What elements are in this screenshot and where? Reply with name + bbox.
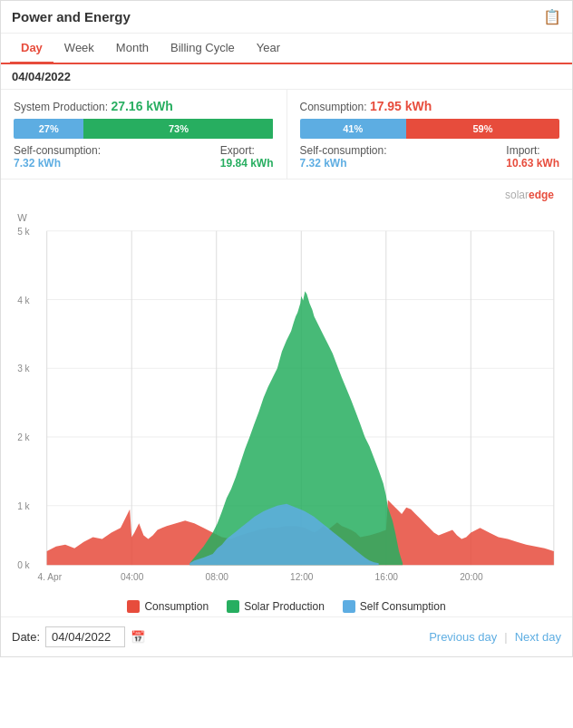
- panel-title: Power and Energy: [12, 9, 131, 24]
- tab-year[interactable]: Year: [246, 34, 291, 64]
- prod-self-label: Self-consumption:: [14, 144, 101, 157]
- prod-export-pct: 73%: [83, 119, 273, 139]
- chart-area: solaredge W 5 k 4 k 3 k 2 k 1 k 0 k: [1, 180, 572, 616]
- footer-date-section: Date: 📅: [12, 626, 145, 647]
- prod-export-item: Export: 19.84 kWh: [220, 144, 274, 170]
- tab-month[interactable]: Month: [105, 34, 160, 64]
- svg-text:12:00: 12:00: [290, 572, 314, 582]
- cons-self-item: Self-consumption: 7.32 kWh: [300, 144, 387, 170]
- svg-text:20:00: 20:00: [460, 572, 483, 582]
- footer-nav: Previous day | Next day: [429, 630, 561, 644]
- prev-day-link[interactable]: Previous day: [429, 630, 497, 644]
- legend-self-consumption: Self Consumption: [343, 600, 446, 613]
- chart-svg: W 5 k 4 k 3 k 2 k 1 k 0 k: [10, 203, 563, 593]
- legend-solar-color: [227, 600, 239, 613]
- legend-self-label: Self Consumption: [360, 600, 446, 613]
- export-icon[interactable]: 📋: [543, 8, 561, 25]
- svg-text:04:00: 04:00: [121, 572, 144, 582]
- tab-week[interactable]: Week: [53, 34, 105, 64]
- production-sub: Self-consumption: 7.32 kWh Export: 19.84…: [14, 144, 274, 170]
- consumption-box: Consumption: 17.95 kWh 41% 59% Self-cons…: [287, 90, 573, 179]
- svg-text:4 k: 4 k: [17, 296, 30, 306]
- prod-export-label: Export:: [220, 144, 274, 157]
- svg-text:0 k: 0 k: [17, 560, 30, 570]
- date-label: Date:: [12, 630, 40, 644]
- consumption-value: 17.95 kWh: [370, 99, 432, 113]
- svg-text:1 k: 1 k: [17, 501, 30, 511]
- prod-self-pct: 27%: [14, 119, 83, 139]
- svg-text:5 k: 5 k: [17, 227, 30, 237]
- prod-self-value: 7.32 kWh: [14, 157, 101, 170]
- footer-bar: Date: 📅 Previous day | Next day: [1, 616, 572, 656]
- svg-text:3 k: 3 k: [17, 364, 30, 374]
- production-label: System Production: 27.16 kWh: [14, 99, 274, 113]
- cons-self-label: Self-consumption:: [300, 144, 387, 157]
- brand-label: solaredge: [10, 189, 563, 201]
- legend-consumption-color: [127, 600, 140, 613]
- chart-legend: Consumption Solar Production Self Consum…: [10, 593, 563, 616]
- chart-container: W 5 k 4 k 3 k 2 k 1 k 0 k: [10, 203, 563, 593]
- svg-text:2 k: 2 k: [17, 432, 30, 442]
- prod-self-item: Self-consumption: 7.32 kWh: [14, 144, 101, 170]
- svg-text:4. Apr: 4. Apr: [38, 572, 63, 582]
- stats-row: System Production: 27.16 kWh 27% 73% Sel…: [1, 90, 572, 180]
- date-input[interactable]: [45, 626, 125, 647]
- selected-date: 04/04/2022: [1, 64, 572, 90]
- consumption-sub: Self-consumption: 7.32 kWh Import: 10.63…: [300, 144, 560, 170]
- svg-text:W: W: [17, 212, 27, 223]
- tab-billing-cycle[interactable]: Billing Cycle: [160, 34, 246, 64]
- legend-solar: Solar Production: [227, 600, 325, 613]
- legend-consumption-label: Consumption: [144, 600, 209, 613]
- svg-text:08:00: 08:00: [206, 572, 229, 582]
- tab-day[interactable]: Day: [10, 34, 53, 64]
- prod-export-value: 19.84 kWh: [220, 157, 274, 170]
- cons-self-value: 7.32 kWh: [300, 157, 387, 170]
- cons-import-label: Import:: [506, 144, 559, 157]
- legend-self-color: [343, 600, 355, 613]
- next-day-link[interactable]: Next day: [515, 630, 561, 644]
- svg-text:16:00: 16:00: [375, 572, 399, 582]
- production-progress: 27% 73%: [14, 119, 274, 139]
- cons-import-pct: 59%: [406, 119, 559, 139]
- cons-self-pct: 41%: [300, 119, 406, 139]
- consumption-progress: 41% 59%: [300, 119, 560, 139]
- consumption-label: Consumption: 17.95 kWh: [300, 99, 560, 113]
- legend-consumption: Consumption: [127, 600, 209, 613]
- cons-import-item: Import: 10.63 kWh: [506, 144, 559, 170]
- tab-bar: Day Week Month Billing Cycle Year: [1, 34, 572, 64]
- production-value: 27.16 kWh: [111, 99, 172, 113]
- production-box: System Production: 27.16 kWh 27% 73% Sel…: [1, 90, 287, 179]
- cons-import-value: 10.63 kWh: [506, 157, 559, 170]
- legend-solar-label: Solar Production: [244, 600, 325, 613]
- calendar-icon[interactable]: 📅: [131, 630, 145, 644]
- nav-separator: |: [504, 630, 507, 644]
